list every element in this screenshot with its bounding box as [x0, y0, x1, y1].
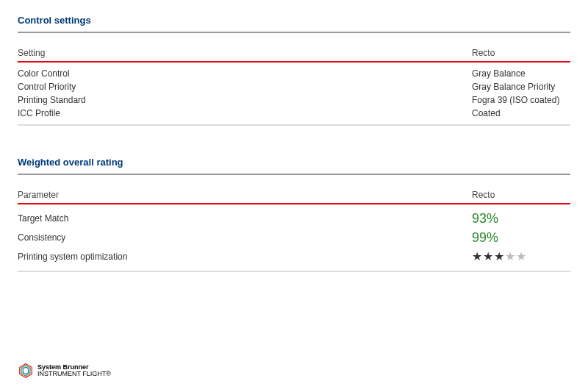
divider [18, 174, 570, 175]
setting-name: Printing Standard [18, 95, 472, 105]
setting-name: Control Priority [18, 82, 472, 92]
brand-logo: System Brunner INSTRUMENT FLIGHT® [18, 363, 111, 379]
star-filled-icon: ★ [472, 250, 483, 263]
section-title: Control settings [18, 15, 570, 26]
svg-marker-2 [23, 367, 29, 374]
setting-value: Fogra 39 (ISO coated) [472, 95, 570, 105]
percentage-value: 93% [472, 210, 570, 227]
parameter-name: Printing system optimization [18, 252, 472, 262]
star-filled-icon: ★ [494, 250, 505, 263]
table-header-row: Setting Recto [18, 48, 570, 63]
brand-text: System Brunner INSTRUMENT FLIGHT® [37, 364, 111, 378]
control-settings-table: Setting Recto Color ControlGray BalanceC… [18, 48, 570, 126]
divider [18, 271, 570, 272]
control-settings-section: Control settings Setting Recto Color Con… [18, 15, 570, 126]
table-row: Printing StandardFogra 39 (ISO coated) [18, 92, 570, 105]
parameter-name: Consistency [18, 232, 472, 243]
rating-table: Parameter Recto Target Match93%Consisten… [18, 190, 570, 272]
col-header-recto: Recto [472, 48, 570, 58]
setting-value: Gray Balance Priority [472, 82, 570, 92]
section-title: Weighted overall rating [18, 157, 570, 168]
setting-value: Coated [472, 108, 570, 118]
col-header-parameter: Parameter [18, 190, 472, 200]
weighted-rating-section: Weighted overall rating Parameter Recto … [18, 157, 570, 272]
parameter-name: Target Match [18, 213, 472, 224]
divider [18, 32, 570, 33]
setting-name: Color Control [18, 68, 472, 79]
table-row: Target Match93% [18, 204, 570, 227]
star-rating: ★★★★★ [472, 249, 570, 265]
percentage-value: 99% [472, 229, 570, 246]
table-row: Consistency99% [18, 227, 570, 246]
hexagon-icon [18, 363, 34, 379]
setting-name: ICC Profile [18, 108, 472, 118]
brand-line2: INSTRUMENT FLIGHT® [37, 371, 111, 377]
table-row: ICC ProfileCoated [18, 105, 570, 118]
col-header-setting: Setting [18, 48, 472, 58]
star-empty-icon: ★ [505, 250, 516, 263]
table-row: Control PriorityGray Balance Priority [18, 79, 570, 92]
table-row: Color ControlGray Balance [18, 63, 570, 79]
star-empty-icon: ★ [516, 250, 527, 263]
star-filled-icon: ★ [483, 250, 494, 263]
col-header-recto: Recto [472, 190, 570, 200]
table-row: Printing system optimization★★★★★ [18, 246, 570, 265]
table-header-row: Parameter Recto [18, 190, 570, 204]
setting-value: Gray Balance [472, 68, 570, 79]
